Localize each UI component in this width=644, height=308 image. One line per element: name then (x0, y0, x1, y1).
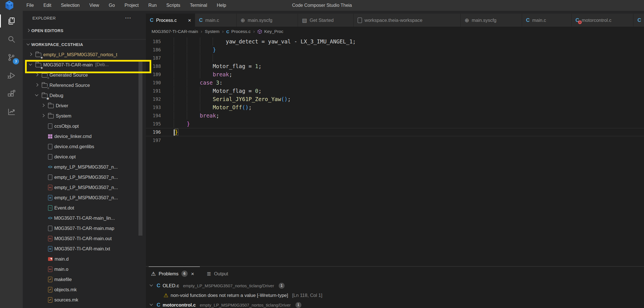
syscfg-globe-icon: ⊕ (465, 18, 469, 23)
problem-row[interactable]: ⚠non-void function does not return a val… (146, 290, 644, 300)
code-line[interactable]: 185yaw_detect = yaw_val - LX_3_IMU_ANGEL… (146, 37, 644, 46)
tree-item[interactable]: M0G3507-TI-CAR-main.map (23, 223, 146, 233)
chevron-down-icon (148, 282, 154, 289)
breadcrumb-item[interactable]: CProcess.c (226, 29, 251, 34)
tree-item[interactable]: ccsObjs.opt (23, 121, 146, 131)
tree-item[interactable]: ·:Event.dot (23, 203, 146, 213)
code-token: } (213, 47, 216, 53)
activity-extensions[interactable] (0, 85, 23, 103)
code-line[interactable]: 193Motor_Off(); (146, 103, 644, 112)
breadcrumb[interactable]: M0G3507-TI-CAR-main›System›CProcess.c›Ke… (146, 27, 644, 36)
tree-item[interactable]: ≡M0G3507-TI-CAR-main.txt (23, 244, 146, 254)
close-tab-icon[interactable]: × (188, 18, 191, 23)
tree-item[interactable]: ✓makefile (23, 274, 146, 284)
code-line[interactable]: 190case 3: (146, 79, 644, 87)
panel-tab[interactable]: ⚠Problems6× (151, 271, 194, 277)
tree-item[interactable]: Driver (23, 100, 146, 111)
indent-guide (200, 87, 213, 95)
editor-tab[interactable]: workspace.theia-workspace (354, 14, 461, 27)
menu-edit[interactable]: Edit (39, 0, 56, 11)
editor-tab[interactable]: ⊕main.syscfg (461, 14, 522, 27)
file-icon (48, 144, 52, 149)
workspace-section[interactable]: WORKSPACE_CCSTHEIA (23, 39, 146, 49)
tree-item[interactable]: Debug (23, 90, 146, 100)
indent-guide (174, 87, 187, 95)
tree-item[interactable]: device.cmd.genlibs (23, 141, 146, 152)
code-line[interactable]: 194break; (146, 112, 644, 120)
line-content: } (174, 46, 216, 54)
activity-source-control[interactable]: 3 (0, 48, 23, 66)
tree-item[interactable]: <>M0G3507-TI-CAR-main_lin... (23, 213, 146, 223)
code-line[interactable]: 195} (146, 120, 644, 128)
indent-guide (200, 37, 213, 45)
problem-file-row[interactable]: Cmotorcontrol.cempty_LP_MSPM0G3507_norto… (146, 300, 644, 308)
code-token: Motor_flag = (213, 88, 255, 94)
tree-item[interactable]: ≡empty_LP_MSPM0G3507_n... (23, 192, 146, 203)
tree-item[interactable]: empty_LP_MSPM0G3507_nortos_t (23, 49, 146, 60)
breadcrumb-item[interactable]: Key_Proc (257, 29, 283, 34)
menu-file[interactable]: File (22, 0, 39, 11)
editor-tab[interactable]: C×motorcontrol.c (571, 14, 633, 27)
close-panel-icon[interactable]: × (191, 271, 194, 276)
indent-guide (187, 87, 200, 95)
tree-item[interactable]: main.d (23, 254, 146, 264)
panel-tab[interactable]: ≣Output (207, 271, 228, 276)
breadcrumb-item[interactable]: System (205, 29, 220, 34)
tree-item[interactable]: ✓objects.mk (23, 284, 146, 295)
editor-tab[interactable]: ⊕main.syscfg (237, 14, 298, 27)
tree-item-label: empty_LP_MSPM0G3507_n... (54, 195, 118, 200)
code-line[interactable]: 186} (146, 46, 644, 54)
code-editor[interactable]: 185yaw_detect = yaw_val - LX_3_IMU_ANGEL… (146, 36, 644, 144)
tree-item[interactable]: 01M0G3507-TI-CAR-main.out (23, 233, 146, 244)
menu-selection[interactable]: Selection (56, 0, 84, 11)
sidebar-scrollbar[interactable] (138, 61, 142, 236)
menu-terminal[interactable]: Terminal (185, 0, 212, 11)
editor-tab[interactable]: Cmain.c (522, 14, 571, 27)
editor-tab[interactable]: ▤Get Started (298, 14, 354, 27)
activity-run-debug[interactable] (0, 66, 23, 85)
activity-search[interactable] (0, 30, 23, 48)
breadcrumb-item[interactable]: M0G3507-TI-CAR-main (152, 29, 198, 34)
activity-explorer[interactable] (0, 12, 23, 30)
file-icon (48, 154, 52, 160)
code-line[interactable]: 192Serial_JY61P_Zero_Yaw(); (146, 95, 644, 103)
chevron-down-icon (148, 302, 154, 308)
c-file-error-icon: C× (575, 18, 579, 23)
code-line[interactable]: 188Motor_flag = 1; (146, 62, 644, 70)
problem-file-row[interactable]: COLED.cempty_LP_MSPM0G3507_nortos_ticlan… (146, 281, 644, 290)
menu-run[interactable]: Run (144, 0, 161, 11)
menu-go[interactable]: Go (104, 0, 120, 11)
tree-item[interactable]: device.opt (23, 152, 146, 162)
tree-item[interactable]: System (23, 111, 146, 121)
line-number: 190 (146, 79, 161, 87)
menu-help[interactable]: Help (212, 0, 231, 11)
code-line[interactable]: 196} (146, 128, 644, 136)
tree-item[interactable]: 01empty_LP_MSPM0G3507_n... (23, 182, 146, 192)
code-line[interactable]: 191Motor_flag = 0; (146, 87, 644, 95)
code-line[interactable]: 189break; (146, 70, 644, 79)
menu-view[interactable]: View (84, 0, 104, 11)
tree-item[interactable]: ✓sources.mk (23, 295, 146, 305)
tree-item[interactable]: Referenced Source (23, 80, 146, 90)
tree-item[interactable]: device_linker.cmd (23, 131, 146, 141)
line-content: Serial_JY61P_Zero_Yaw(); (174, 95, 291, 103)
more-actions-icon[interactable]: ⋯ (125, 14, 132, 22)
menu-project[interactable]: Project (120, 0, 144, 11)
tree-item[interactable]: 01main.o (23, 264, 146, 274)
line-content: Motor_Off(); (174, 103, 252, 112)
tree-item[interactable]: empty_LP_MSPM0G3507_n... (23, 172, 146, 182)
tree-item[interactable]: <>empty_LP_MSPM0G3507_n... (23, 162, 146, 172)
code-line[interactable]: 187 (146, 54, 644, 62)
open-editors-section[interactable]: OPEN EDITORS (23, 26, 146, 36)
chevron-spacer (40, 194, 46, 201)
menu-scripts[interactable]: Scripts (161, 0, 185, 11)
tree-item-label: empty_LP_MSPM0G3507_n... (54, 175, 118, 180)
editor-tab[interactable]: Cmain.c (195, 14, 237, 27)
code-line[interactable]: 197 (146, 136, 644, 144)
indent-guide (187, 95, 200, 103)
code-token: Motor_flag = (213, 63, 255, 69)
chevron-spacer (40, 266, 46, 272)
activity-analysis[interactable] (0, 103, 23, 121)
editor-tab[interactable]: CProcess.c× (146, 14, 195, 27)
editor-tab[interactable]: Cn (633, 14, 644, 27)
